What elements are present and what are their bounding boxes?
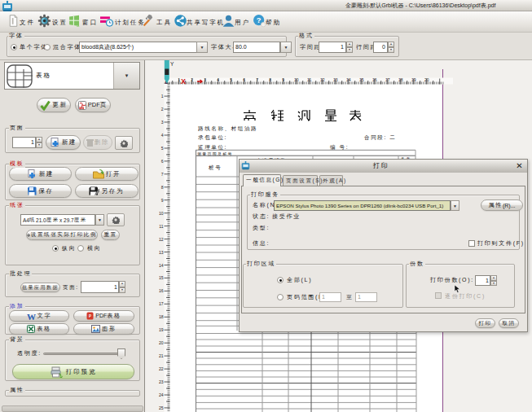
- svg-text:1: 1: [161, 94, 164, 99]
- svg-text:19: 19: [159, 327, 164, 332]
- svg-text:16: 16: [159, 288, 164, 293]
- svg-text:9: 9: [161, 198, 164, 203]
- svg-text:15: 15: [159, 275, 164, 280]
- svg-text:10: 10: [159, 211, 164, 216]
- svg-text:24: 24: [159, 392, 164, 397]
- svg-text:18: 18: [159, 314, 164, 319]
- svg-text:22: 22: [159, 366, 164, 371]
- svg-text:编 号:: 编 号:: [330, 144, 349, 150]
- svg-text:3: 3: [161, 120, 164, 125]
- svg-text:11: 11: [159, 224, 163, 229]
- svg-text:5: 5: [161, 146, 164, 151]
- svg-text:PDF: PDF: [79, 106, 84, 109]
- svg-text:21: 21: [159, 353, 164, 358]
- svg-text:13: 13: [159, 250, 164, 255]
- svg-text:Y: Y: [170, 61, 174, 67]
- svg-text:25: 25: [159, 405, 164, 410]
- svg-text:W: W: [27, 313, 36, 320]
- svg-text:7: 7: [161, 172, 164, 177]
- svg-text:4: 4: [161, 133, 164, 138]
- svg-text:17: 17: [159, 301, 164, 306]
- svg-text:合同段: 二: 合同段: 二: [364, 134, 396, 141]
- svg-text:12: 12: [159, 237, 164, 242]
- svg-text:23: 23: [159, 379, 164, 384]
- svg-text:P: P: [89, 314, 91, 318]
- svg-text:20: 20: [159, 340, 164, 345]
- svg-text:8: 8: [161, 185, 164, 190]
- svg-text:桩号: 桩号: [208, 164, 222, 170]
- svg-text:路线名称、村组油路: 路线名称、村组油路: [198, 125, 257, 132]
- svg-text:2: 2: [161, 107, 164, 112]
- svg-text:14: 14: [159, 263, 164, 268]
- svg-text:承包单位:: 承包单位:: [198, 134, 227, 140]
- svg-text:6: 6: [161, 159, 164, 164]
- svg-text:?: ?: [257, 16, 262, 24]
